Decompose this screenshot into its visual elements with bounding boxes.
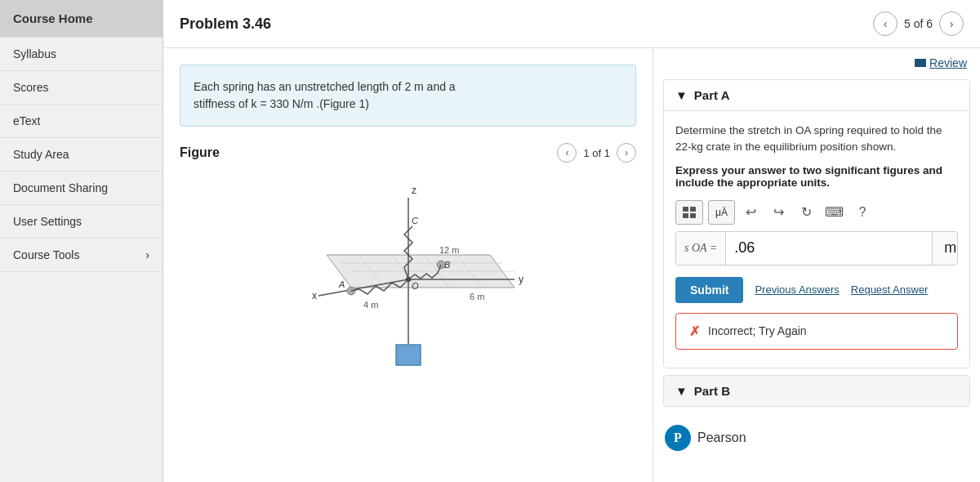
page-indicator: 5 of 6 (904, 17, 933, 30)
help-button[interactable]: ? (851, 200, 874, 225)
part-b-header[interactable]: ▼ Part B (664, 376, 969, 406)
error-box: ✗ Incorrect; Try Again (675, 313, 958, 350)
part-a-instruction: Express your answer to two significant f… (675, 164, 958, 189)
pearson-logo: P (665, 425, 691, 451)
undo-button[interactable]: ↩ (740, 200, 763, 225)
svg-text:12 m: 12 m (439, 245, 459, 255)
svg-rect-21 (396, 345, 421, 365)
review-icon (915, 59, 926, 67)
right-panel: Review ▼ Part A Determine the stretch in… (653, 48, 980, 482)
figure-title: Figure (180, 145, 220, 160)
mu-a-button[interactable]: μÄ (708, 200, 735, 225)
svg-text:y: y (519, 274, 523, 285)
problem-header: Problem 3.46 ‹ 5 of 6 › (163, 0, 980, 48)
submit-button[interactable]: Submit (675, 277, 743, 303)
sidebar-item-course-home[interactable]: Course Home (0, 0, 163, 38)
sidebar-item-scores[interactable]: Scores (0, 71, 163, 105)
figure-nav: ‹ 1 of 1 › (557, 143, 636, 163)
course-tools-label: Course Tools (13, 248, 79, 261)
part-a-chevron-icon: ▼ (675, 88, 688, 102)
review-label: Review (929, 56, 967, 69)
part-b-section: ▼ Part B (663, 375, 970, 407)
svg-text:6 m: 6 m (470, 292, 484, 301)
svg-text:C: C (412, 216, 418, 225)
next-problem-button[interactable]: › (939, 11, 964, 36)
figure-svg: z y x O A (270, 173, 547, 377)
error-text: Incorrect; Try Again (708, 324, 807, 337)
part-b-chevron-icon: ▼ (675, 384, 688, 398)
svg-text:B: B (444, 260, 450, 270)
refresh-button[interactable]: ↻ (795, 200, 818, 225)
part-a-label: Part A (694, 88, 730, 102)
answer-toolbar: μÄ ↩ ↪ ↻ ⌨ ? (675, 200, 958, 225)
part-b-label: Part B (694, 384, 730, 398)
part-a-section: ▼ Part A Determine the stretch in OA spr… (663, 79, 970, 368)
previous-answers-button[interactable]: Previous Answers (755, 283, 839, 296)
svg-text:A: A (338, 279, 345, 289)
sidebar-item-user-settings[interactable]: User Settings (0, 205, 163, 239)
format-grid-icon (683, 207, 696, 218)
pearson-footer: P Pearson (653, 413, 980, 462)
answer-input-row: s OA = m (675, 231, 958, 266)
course-tools-arrow-icon: › (145, 248, 149, 261)
previous-problem-button[interactable]: ‹ (873, 11, 898, 36)
answer-unit: m (932, 232, 958, 265)
svg-text:O: O (412, 281, 419, 291)
svg-text:4 m: 4 m (363, 300, 378, 310)
svg-text:x: x (312, 290, 317, 301)
navigation-controls: ‹ 5 of 6 › (873, 11, 964, 36)
format-grid-button[interactable] (675, 200, 703, 225)
sidebar-item-etext[interactable]: eText (0, 105, 163, 138)
left-panel: Each spring has an unstretched length of… (163, 48, 653, 482)
request-answer-button[interactable]: Request Answer (851, 283, 929, 296)
pearson-name: Pearson (697, 431, 746, 445)
figure-page-indicator: 1 of 1 (583, 147, 610, 159)
sidebar-item-course-tools[interactable]: Course Tools › (0, 239, 163, 272)
main-content: Problem 3.46 ‹ 5 of 6 › Each spring has … (163, 0, 980, 482)
figure-next-button[interactable]: › (617, 143, 636, 163)
answer-label: s OA = (676, 232, 726, 265)
review-link[interactable]: Review (915, 56, 967, 69)
figure-header: Figure ‹ 1 of 1 › (180, 143, 636, 163)
svg-text:z: z (412, 185, 416, 196)
sidebar-item-document-sharing[interactable]: Document Sharing (0, 172, 163, 205)
sidebar-item-syllabus[interactable]: Syllabus (0, 38, 163, 71)
keyboard-button[interactable]: ⌨ (823, 200, 846, 225)
error-icon: ✗ (689, 324, 700, 339)
problem-title: Problem 3.46 (180, 16, 271, 33)
answer-input[interactable] (726, 233, 932, 263)
problem-text-line2: stiffness of k = 330 N/m .(Figure 1) (194, 97, 369, 110)
sidebar: Course Home Syllabus Scores eText Study … (0, 0, 163, 482)
redo-button[interactable]: ↪ (768, 200, 791, 225)
problem-description: Each spring has an unstretched length of… (180, 65, 636, 127)
figure-prev-button[interactable]: ‹ (557, 143, 577, 163)
sidebar-item-study-area[interactable]: Study Area (0, 138, 163, 172)
part-a-body: Determine the stretch in OA spring requi… (664, 111, 969, 368)
part-a-question: Determine the stretch in OA spring requi… (675, 123, 958, 156)
figure-section: Figure ‹ 1 of 1 › (163, 143, 653, 382)
figure-canvas: z y x O A (180, 169, 636, 382)
submit-row: Submit Previous Answers Request Answer (675, 277, 958, 303)
content-area: Each spring has an unstretched length of… (163, 48, 980, 482)
problem-text-line1: Each spring has an unstretched length of… (194, 80, 456, 93)
part-a-header[interactable]: ▼ Part A (664, 80, 969, 111)
review-bar: Review (653, 48, 980, 73)
